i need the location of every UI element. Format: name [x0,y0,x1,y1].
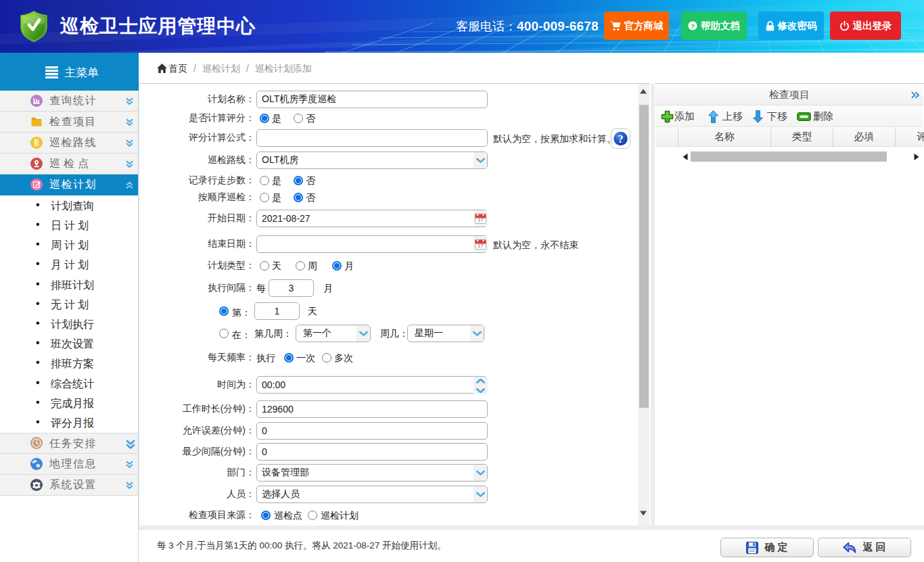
svg-text:17: 17 [478,217,483,223]
svg-text:17: 17 [478,243,483,249]
svg-text:?: ? [618,133,624,145]
svg-text:?: ? [691,22,695,30]
